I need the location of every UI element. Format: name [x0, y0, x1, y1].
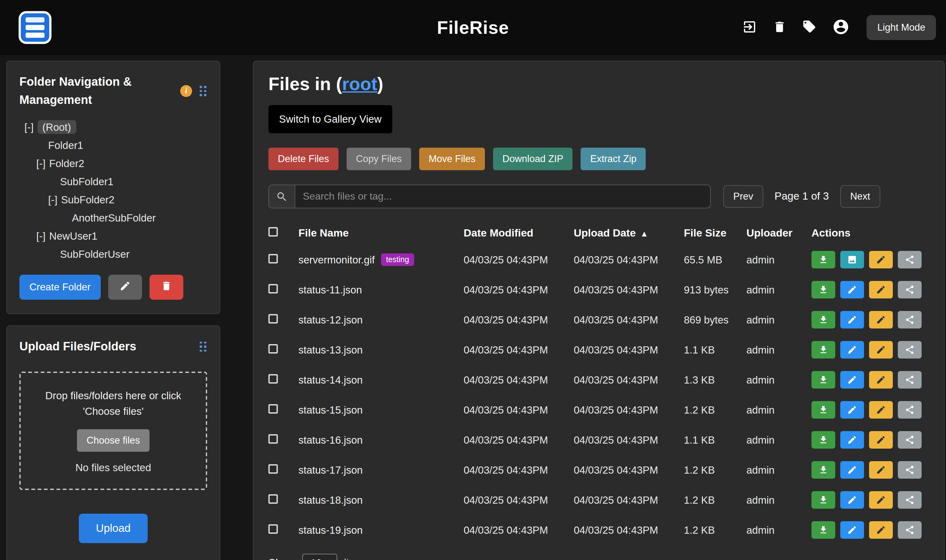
rename-file-button[interactable] — [869, 311, 893, 329]
folder-tree-item[interactable]: Folder1 — [19, 136, 207, 155]
edit-file-button[interactable] — [840, 491, 864, 509]
rename-file-button[interactable] — [869, 401, 893, 418]
extract-zip-button[interactable]: Extract Zip — [581, 148, 646, 170]
items-per-page-select[interactable]: 10 ▲▼ — [302, 554, 337, 560]
edit-file-button[interactable] — [840, 341, 864, 358]
delete-folder-button[interactable] — [149, 275, 183, 300]
edit-file-button[interactable] — [840, 401, 864, 418]
choose-files-button[interactable]: Choose files — [77, 429, 149, 452]
download-file-button[interactable] — [812, 401, 835, 418]
switch-gallery-view-button[interactable]: Switch to Gallery View — [268, 105, 392, 133]
file-name-link[interactable]: status-12.json — [298, 314, 363, 326]
row-checkbox[interactable] — [268, 464, 278, 473]
folder-tree-item[interactable]: SubFolderUser — [19, 245, 207, 263]
download-file-button[interactable] — [812, 521, 835, 539]
file-tag-badge[interactable]: testing — [381, 254, 414, 266]
rename-file-button[interactable] — [869, 341, 893, 358]
folder-tree-item[interactable]: SubFolder1 — [19, 173, 207, 191]
trash-button[interactable] — [773, 20, 787, 35]
share-file-button[interactable] — [898, 371, 921, 389]
upload-button[interactable]: Upload — [79, 514, 148, 543]
folder-name[interactable]: SubFolderUser — [60, 248, 129, 260]
search-input[interactable] — [295, 185, 710, 208]
row-checkbox[interactable] — [268, 284, 278, 293]
folder-name[interactable]: (Root) — [37, 120, 76, 134]
move-files-button[interactable]: Move Files — [419, 148, 485, 170]
edit-file-button[interactable] — [840, 281, 864, 298]
rename-file-button[interactable] — [869, 491, 893, 509]
copy-files-button[interactable]: Copy Files — [347, 148, 411, 170]
row-checkbox[interactable] — [268, 314, 278, 323]
folder-tree-item[interactable]: AnotherSubFolder — [19, 209, 207, 227]
folder-name[interactable]: NewUser1 — [49, 230, 97, 242]
share-file-button[interactable] — [898, 491, 921, 509]
tag-button[interactable] — [802, 19, 817, 36]
tree-collapse-toggle[interactable]: [-] — [25, 122, 34, 133]
select-all-checkbox[interactable] — [268, 227, 278, 237]
share-file-button[interactable] — [898, 281, 921, 298]
download-file-button[interactable] — [812, 251, 835, 268]
edit-file-button[interactable] — [840, 431, 864, 449]
info-icon[interactable]: i — [180, 85, 192, 97]
edit-file-button[interactable] — [840, 461, 864, 478]
row-checkbox[interactable] — [268, 254, 278, 263]
create-folder-button[interactable]: Create Folder — [19, 275, 101, 300]
folder-tree-item[interactable]: [-]SubFolder2 — [19, 191, 207, 209]
rename-file-button[interactable] — [869, 371, 893, 389]
folder-name[interactable]: SubFolder1 — [60, 176, 114, 187]
row-checkbox[interactable] — [268, 344, 278, 353]
file-name-link[interactable]: status-19.json — [298, 524, 363, 536]
edit-file-button[interactable] — [840, 521, 864, 539]
share-file-button[interactable] — [898, 251, 921, 268]
download-file-button[interactable] — [812, 371, 835, 389]
rename-file-button[interactable] — [869, 251, 893, 268]
share-file-button[interactable] — [898, 341, 921, 358]
folder-name[interactable]: Folder2 — [49, 158, 84, 169]
file-name-link[interactable]: status-15.json — [298, 404, 363, 416]
preview-file-button[interactable] — [840, 251, 864, 268]
share-file-button[interactable] — [898, 461, 921, 478]
file-name-link[interactable]: status-14.json — [298, 374, 363, 386]
next-page-button[interactable]: Next — [840, 185, 880, 208]
file-dropzone[interactable]: Drop files/folders here or click 'Choose… — [19, 372, 207, 490]
rename-file-button[interactable] — [869, 461, 893, 478]
header-upload-date[interactable]: Upload Date ▲ — [574, 227, 684, 240]
share-file-button[interactable] — [898, 311, 921, 329]
folder-name[interactable]: AnotherSubFolder — [72, 212, 156, 223]
account-button[interactable] — [832, 18, 850, 37]
share-file-button[interactable] — [898, 401, 921, 418]
download-file-button[interactable] — [812, 341, 835, 358]
folder-tree-item[interactable]: [-]Folder2 — [19, 155, 207, 173]
prev-page-button[interactable]: Prev — [723, 185, 763, 208]
file-name-link[interactable]: status-16.json — [298, 434, 363, 446]
tree-collapse-toggle[interactable]: [-] — [36, 230, 45, 242]
download-file-button[interactable] — [812, 431, 835, 449]
rename-file-button[interactable] — [869, 281, 893, 298]
rename-folder-button[interactable] — [108, 275, 142, 300]
download-file-button[interactable] — [812, 461, 835, 478]
file-name-link[interactable]: status-13.json — [298, 344, 363, 356]
header-file-size[interactable]: File Size — [684, 227, 746, 240]
file-name-link[interactable]: status-18.json — [298, 494, 363, 506]
row-checkbox[interactable] — [268, 434, 278, 443]
row-checkbox[interactable] — [268, 404, 278, 413]
download-file-button[interactable] — [812, 491, 835, 509]
row-checkbox[interactable] — [268, 374, 278, 383]
header-uploader[interactable]: Uploader — [746, 227, 812, 240]
share-file-button[interactable] — [898, 431, 921, 449]
logout-button[interactable] — [742, 19, 757, 36]
file-name-link[interactable]: status-17.json — [298, 464, 363, 476]
edit-file-button[interactable] — [840, 371, 864, 389]
download-file-button[interactable] — [812, 281, 835, 298]
share-file-button[interactable] — [898, 521, 921, 539]
rename-file-button[interactable] — [869, 431, 893, 449]
root-folder-link[interactable]: root — [342, 74, 377, 94]
header-file-name[interactable]: File Name — [298, 227, 464, 240]
app-logo[interactable] — [14, 6, 56, 49]
tree-collapse-toggle[interactable]: [-] — [48, 194, 57, 205]
light-mode-button[interactable]: Light Mode — [867, 15, 936, 40]
edit-file-button[interactable] — [840, 311, 864, 329]
row-checkbox[interactable] — [268, 494, 278, 503]
folder-name[interactable]: SubFolder2 — [61, 194, 114, 205]
folder-tree-item[interactable]: [-]NewUser1 — [19, 227, 207, 245]
